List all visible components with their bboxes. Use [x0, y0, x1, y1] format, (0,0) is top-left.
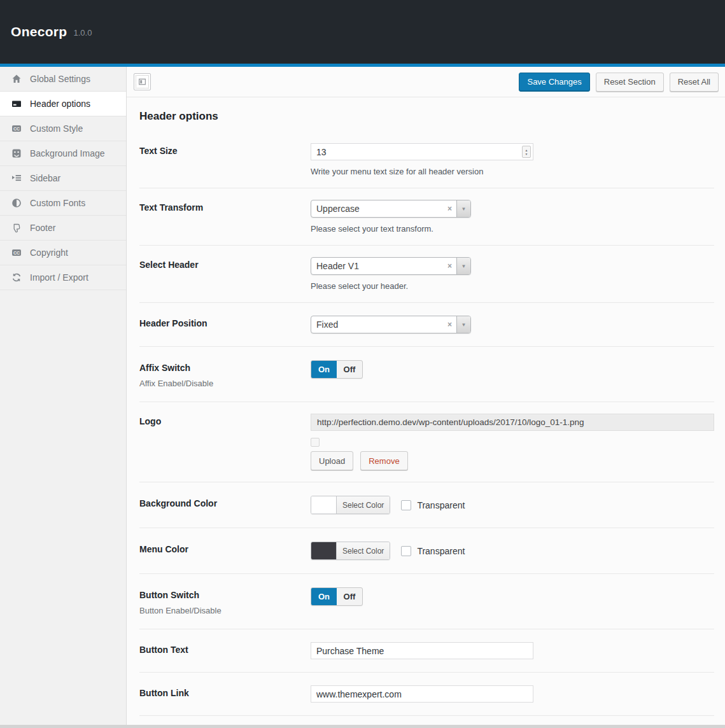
sidebar-item-label: Footer — [30, 223, 55, 233]
select-color-button[interactable]: Select Color — [337, 496, 390, 514]
sidebar-item-label: Copyright — [30, 248, 68, 258]
field-label: Background Color — [139, 498, 311, 508]
app-title: Onecorp — [11, 24, 67, 39]
layout-panel-icon — [138, 77, 146, 87]
sidebar-item-label: Header options — [30, 99, 90, 109]
main-panel: Save Changes Reset Section Reset All Hea… — [127, 67, 725, 725]
upload-button[interactable]: Upload — [311, 451, 353, 470]
sidebar-item-global-settings[interactable]: Global Settings — [0, 67, 126, 92]
toggle-panel-button[interactable] — [134, 73, 151, 90]
bottom-strip — [0, 725, 725, 728]
color-swatch[interactable] — [311, 542, 337, 559]
home-icon — [11, 74, 22, 85]
select-value: Header V1 — [311, 258, 443, 274]
app-header: Onecorp 1.0.0 — [0, 0, 725, 64]
field-label: Header Position — [139, 318, 311, 328]
field-label: Button Link — [139, 688, 311, 698]
sidebar-item-label: Custom Style — [30, 123, 83, 134]
clear-icon[interactable]: × — [443, 200, 456, 217]
logo-preview-placeholder — [311, 438, 320, 447]
copyright-cc-icon: CC — [11, 248, 22, 258]
sidebar-item-background-image[interactable]: Background Image — [0, 141, 126, 166]
field-help: Please select your header. — [311, 281, 714, 291]
select-value: Fixed — [311, 316, 443, 333]
transparent-checkbox[interactable] — [401, 500, 411, 510]
text-transform-select[interactable]: Uppercase × ▼ — [311, 200, 471, 218]
select-color-button[interactable]: Select Color — [337, 542, 390, 559]
sidebar-item-footer[interactable]: Footer — [0, 216, 126, 241]
reset-all-button[interactable]: Reset All — [670, 73, 719, 92]
sidebar-item-custom-fonts[interactable]: Custom Fonts — [0, 191, 126, 216]
sidebar-list-icon — [11, 173, 22, 184]
checkbox-label: Transparent — [417, 500, 465, 510]
text-size-input[interactable] — [311, 143, 533, 160]
field-label: Button Text — [139, 645, 311, 655]
toggle-on-button[interactable]: On — [311, 588, 337, 605]
svg-text:CC: CC — [13, 127, 19, 131]
field-label: Text Transform — [139, 202, 311, 213]
save-changes-button[interactable]: Save Changes — [519, 73, 589, 92]
field-row-menu-color: Menu Color Select Color Transparent — [139, 528, 714, 574]
field-label: Select Header — [139, 260, 311, 270]
custom-style-cc-icon: CC — [11, 123, 22, 134]
field-row-button-switch: Button Switch Button Enabel/Disable On O… — [139, 574, 714, 629]
chevron-down-icon[interactable]: ▼ — [456, 258, 470, 274]
stepper-down-icon[interactable]: ▼ — [525, 152, 528, 156]
reset-section-button[interactable]: Reset Section — [596, 73, 664, 92]
number-stepper[interactable]: ▲ ▼ — [522, 146, 531, 158]
page-title: Header options — [139, 110, 714, 123]
affix-switch-toggle[interactable]: On Off — [311, 360, 363, 379]
field-label: Menu Color — [139, 544, 311, 554]
header-icon — [11, 99, 22, 109]
sidebar-item-custom-style[interactable]: CC Custom Style — [0, 116, 126, 141]
field-row-button-text: Button Text — [139, 629, 714, 673]
field-row-text-transform: Text Transform Uppercase × ▼ Please sele… — [139, 188, 714, 246]
header-position-select[interactable]: Fixed × ▼ — [311, 316, 471, 333]
field-row-select-header: Select Header Header V1 × ▼ Please selec… — [139, 246, 714, 303]
toggle-on-button[interactable]: On — [311, 361, 337, 378]
svg-text:CC: CC — [13, 251, 19, 255]
select-value: Uppercase — [311, 200, 443, 217]
field-row-background-color: Background Color Select Color Transparen… — [139, 482, 714, 528]
transparent-checkbox[interactable] — [401, 546, 411, 556]
sidebar-item-copyright[interactable]: CC Copyright — [0, 241, 126, 265]
field-sublabel: Button Enabel/Disable — [139, 606, 311, 615]
app-version: 1.0.0 — [73, 28, 92, 38]
field-row-button-link: Button Link — [139, 673, 714, 716]
background-color-picker[interactable]: Select Color — [311, 496, 390, 514]
sidebar-item-label: Import / Export — [30, 272, 88, 283]
toggle-off-button[interactable]: Off — [337, 588, 362, 605]
sidebar: Global Settings Header options CC Custom… — [0, 67, 127, 725]
field-sublabel: Affix Enabel/Disable — [139, 379, 311, 388]
checkbox-label: Transparent — [417, 546, 465, 556]
button-link-input[interactable] — [311, 685, 533, 703]
field-label: Affix Switch — [139, 363, 311, 373]
smiley-image-icon — [11, 148, 22, 159]
clear-icon[interactable]: × — [443, 316, 456, 333]
remove-button[interactable]: Remove — [360, 451, 407, 470]
sidebar-item-header-options[interactable]: Header options — [0, 92, 126, 116]
field-help: Write your menu text size for all header… — [311, 167, 714, 176]
logo-url-input[interactable] — [311, 414, 714, 431]
field-label: Button Switch — [139, 590, 311, 600]
settings-form: Header options Text Size ▲ ▼ Write your … — [127, 97, 725, 716]
button-switch-toggle[interactable]: On Off — [311, 587, 363, 606]
sidebar-item-label: Sidebar — [30, 173, 60, 183]
field-label: Text Size — [139, 146, 311, 156]
sidebar-item-label: Custom Fonts — [30, 198, 85, 208]
refresh-icon — [11, 272, 22, 283]
chevron-down-icon[interactable]: ▼ — [456, 200, 470, 217]
clear-icon[interactable]: × — [443, 258, 456, 274]
field-row-logo: Logo Upload Remove — [139, 402, 714, 482]
toggle-off-button[interactable]: Off — [337, 361, 362, 378]
color-swatch[interactable] — [311, 496, 337, 514]
field-row-header-position: Header Position Fixed × ▼ — [139, 303, 714, 347]
sidebar-item-sidebar[interactable]: Sidebar — [0, 166, 126, 191]
contrast-icon — [11, 198, 22, 209]
button-text-input[interactable] — [311, 642, 533, 659]
sidebar-item-import-export[interactable]: Import / Export — [0, 265, 126, 290]
select-header-select[interactable]: Header V1 × ▼ — [311, 257, 471, 275]
menu-color-picker[interactable]: Select Color — [311, 542, 390, 560]
chevron-down-icon[interactable]: ▼ — [456, 316, 470, 333]
thumbs-down-icon — [11, 223, 22, 234]
